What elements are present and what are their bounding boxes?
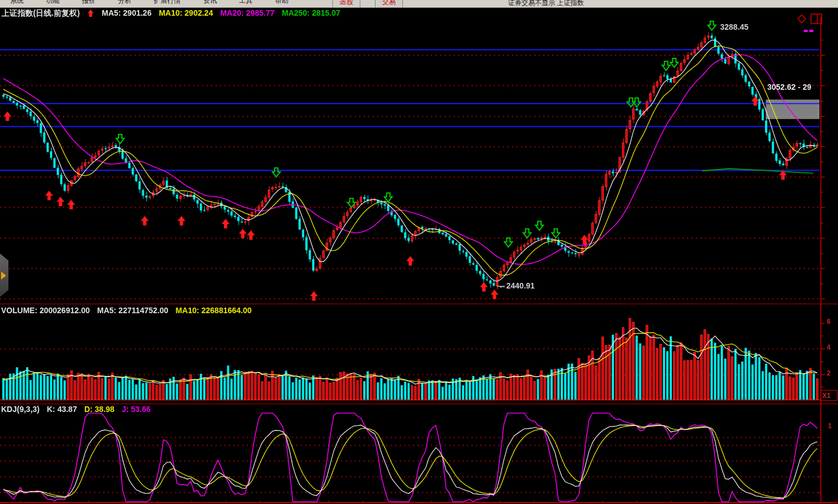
kdj-k-value: K: 43.87 [47,405,77,414]
flyout-arrow-icon[interactable] [1,272,6,280]
kdj-d-value: D: 38.98 [84,405,115,414]
volume-axis-label-2: 2 [827,369,831,377]
chart-canvas[interactable] [0,0,838,504]
kdj-header: KDJ(9,3,3) K: 43.87 D: 38.98 J: 53.66 [1,405,150,414]
trading-app-window: 系统 功能 报价 分析 扩展行情 资讯 工具 帮助 选股 交易 证券交易不显示 … [0,0,838,504]
ma250-value: MA250: 2815.07 [282,8,340,19]
menu-item-analysis[interactable]: 分析 [118,0,131,6]
ma5-value: MA5: 2901.26 [102,8,152,19]
peak-price-label: 3288.45 [720,22,749,31]
volume-unit-label: X1 [822,392,831,400]
low-price-label: ←2440.91 [498,281,535,290]
main-chart-header: 上证指数(日线.前复权) MA5: 2901.26 MA10: 2902.24 … [2,8,340,19]
ma20-value: MA20: 2985.77 [220,8,274,19]
menu-item-system[interactable]: 系统 [10,0,24,6]
menu-item-tools[interactable]: 工具 [239,0,253,6]
stock-picker-button[interactable]: 选股 [332,0,360,8]
tiled-windows-icon[interactable] [810,13,822,26]
status-text: 证券交易不显示 上证指数 [508,0,584,8]
diamond-icon[interactable] [797,14,807,26]
volume-ma10-value: MA10: 226881664.00 [176,306,251,315]
volume-axis-label-6: 6 [827,318,831,326]
volume-value: VOLUME: 200026912.00 [1,306,90,315]
menu-item-help[interactable]: 帮助 [275,0,289,6]
volume-ma5-value: MA5: 227114752.00 [97,306,168,315]
chart-title: 上证指数(日线.前复权) [2,8,80,19]
ma10-value: MA10: 2902.24 [159,8,213,19]
trade-button[interactable]: 交易 [375,0,403,8]
menu-item-news[interactable]: 资讯 [203,0,217,6]
volume-axis-label-4: 4 [827,343,831,351]
menu-item-quotes[interactable]: 报价 [82,0,95,6]
menu-item-extended-quotes[interactable]: 扩展行情 [154,0,181,6]
range-box-label: 3052.62 - 29 [767,83,812,91]
menu-item-function[interactable]: 功能 [46,0,59,6]
kdj-j-value: J: 53.66 [122,405,150,414]
volume-header: VOLUME: 200026912.00 MA5: 227114752.00 M… [1,306,251,315]
up-arrow-icon [87,9,94,19]
magenta-dashes-icon [804,30,813,32]
menu-bar: 系统 功能 报价 分析 扩展行情 资讯 工具 帮助 选股 交易 证券交易不显示 … [0,0,838,8]
kdj-params: KDJ(9,3,3) [1,405,39,414]
kdj-axis-label: 1 [828,422,832,430]
